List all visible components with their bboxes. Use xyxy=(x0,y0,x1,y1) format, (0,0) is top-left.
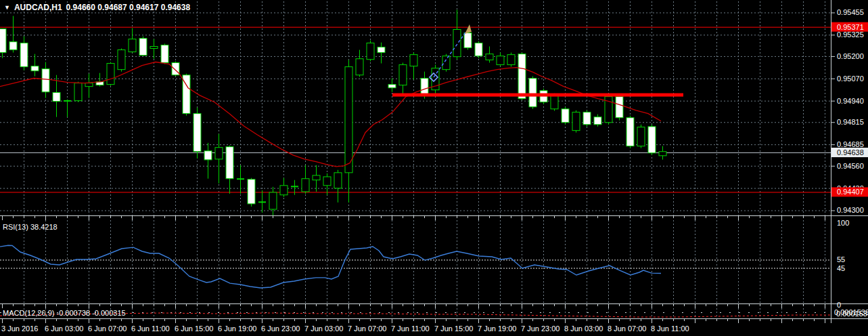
candle-bearish xyxy=(421,79,428,96)
time-axis-label: 6 Jun 19:00 xyxy=(218,324,257,333)
candle-bearish xyxy=(529,79,536,107)
candle-bullish xyxy=(74,83,82,101)
arrow-marker-icon xyxy=(465,24,472,34)
candle-bullish xyxy=(334,173,342,188)
time-axis-label: 6 Jun 23:00 xyxy=(261,324,300,333)
rsi-indicator-label: RSI(13) 38.4218 xyxy=(3,223,58,231)
time-axis-label: 6 Jun 15:00 xyxy=(175,324,214,333)
candle-bullish xyxy=(269,192,277,209)
candle-bearish xyxy=(594,117,601,125)
candle-bullish xyxy=(637,127,645,146)
time-axis-label: 7 Jun 03:00 xyxy=(304,324,344,333)
price-axis-label: 0.94685 xyxy=(837,140,864,148)
time-axis-label: 6 Jun 11:00 xyxy=(131,324,170,333)
candle-bullish xyxy=(280,186,288,195)
candle-bullish xyxy=(150,47,158,49)
symbol-period-title: AUDCAD,H1 xyxy=(14,3,62,12)
time-axis-label: 7 Jun 07:00 xyxy=(348,324,387,333)
time-axis-label: 7 Jun 15:00 xyxy=(434,324,474,333)
candle-bullish xyxy=(399,65,407,85)
collapse-icon[interactable]: ▼ xyxy=(4,4,10,11)
price-badge-label: 0.94407 xyxy=(837,188,864,196)
candle-bullish xyxy=(345,67,352,173)
candle-bullish xyxy=(507,55,515,65)
candle-bullish xyxy=(313,175,320,180)
candle-bearish xyxy=(139,39,147,56)
candle-bearish xyxy=(248,180,255,204)
candle-bullish xyxy=(551,96,558,109)
candle-bearish xyxy=(388,85,396,88)
candle-bearish xyxy=(0,28,6,52)
rsi-axis-label: 45 xyxy=(837,264,845,272)
thick-resistance-line xyxy=(392,93,683,97)
time-axis-label: 8 Jun 11:00 xyxy=(651,324,689,333)
candle-bearish xyxy=(161,45,168,62)
time-axis-label: 7 Jun 19:00 xyxy=(478,324,517,333)
candle-bullish xyxy=(118,50,125,70)
time-axis-label: 6 Jun 03:00 xyxy=(45,324,84,333)
candle-bullish xyxy=(486,54,493,60)
candle-bearish xyxy=(9,42,17,50)
rsi-axis-label: 55 xyxy=(837,255,845,264)
candle-bullish xyxy=(497,56,504,65)
candle-bearish xyxy=(616,97,623,118)
candle-bullish xyxy=(356,59,363,75)
candle-bearish xyxy=(226,147,233,179)
price-axis-label: 0.95325 xyxy=(837,30,864,39)
candle-bearish xyxy=(53,93,60,102)
candle-bullish xyxy=(572,112,580,131)
candle-bearish xyxy=(204,151,212,160)
price-axis-label: 0.94815 xyxy=(837,118,864,126)
candle-bearish xyxy=(583,112,591,125)
time-axis-label: 3 Jun 2016 xyxy=(1,324,38,333)
price-chart-canvas[interactable]: 0.954550.953250.952000.950700.949400.948… xyxy=(0,0,868,336)
candle-bullish xyxy=(442,56,450,70)
candle-bullish xyxy=(323,177,331,186)
time-axis-label: 8 Jun 03:00 xyxy=(564,324,603,333)
candle-bearish xyxy=(648,127,656,153)
macd-axis-label: 0.0001536 xyxy=(836,310,868,318)
price-axis-label: 0.94300 xyxy=(837,206,864,214)
candle-bearish xyxy=(42,69,49,92)
candle-bullish xyxy=(129,39,136,52)
time-axis-label: 7 Jun 23:00 xyxy=(521,324,560,333)
rsi-axis-label: 100 xyxy=(837,219,849,227)
candle-bullish xyxy=(367,43,374,59)
candle-bearish xyxy=(20,43,28,66)
candle-bullish xyxy=(659,152,666,156)
candle-bearish xyxy=(378,47,385,53)
time-axis-label: 6 Jun 07:00 xyxy=(88,324,127,333)
candle-bearish xyxy=(31,66,39,71)
candle-bearish xyxy=(518,54,526,99)
candle-bullish xyxy=(453,29,461,56)
price-badge-label: 0.94638 xyxy=(837,148,864,156)
macd-indicator-label: MACD(12,26,9) -0.000738 -0.000315 xyxy=(3,309,126,317)
chart-window: 0.954550.953250.952000.950700.949400.948… xyxy=(0,0,868,336)
candle-bullish xyxy=(107,64,114,85)
price-axis-label: 0.95200 xyxy=(837,52,864,60)
price-axis-label: 0.95070 xyxy=(837,75,864,83)
candle-bearish xyxy=(475,43,482,56)
candle-bearish xyxy=(562,109,569,123)
candle-bullish xyxy=(215,148,223,159)
time-axis-label: 8 Jun 07:00 xyxy=(608,324,647,333)
candle-bearish xyxy=(464,33,472,48)
price-axis-label: 0.94940 xyxy=(837,97,864,105)
candle-bearish xyxy=(626,118,634,146)
candle-bullish xyxy=(85,83,93,87)
chart-title-bar: ▼ AUDCAD,H1 0.94660 0.94687 0.94617 0.94… xyxy=(4,3,190,12)
price-axis-label: 0.94560 xyxy=(837,162,864,170)
price-badge-label: 0.95371 xyxy=(837,23,864,31)
candle-bearish xyxy=(193,114,201,152)
candle-bullish xyxy=(410,55,417,66)
price-axis-label: 0.95455 xyxy=(837,8,864,16)
candle-bullish xyxy=(302,179,309,192)
rsi-line xyxy=(0,245,661,288)
time-axis-label: 7 Jun 11:00 xyxy=(391,324,430,333)
quote-ohlc-readout: 0.94660 0.94687 0.94617 0.94638 xyxy=(66,3,191,12)
